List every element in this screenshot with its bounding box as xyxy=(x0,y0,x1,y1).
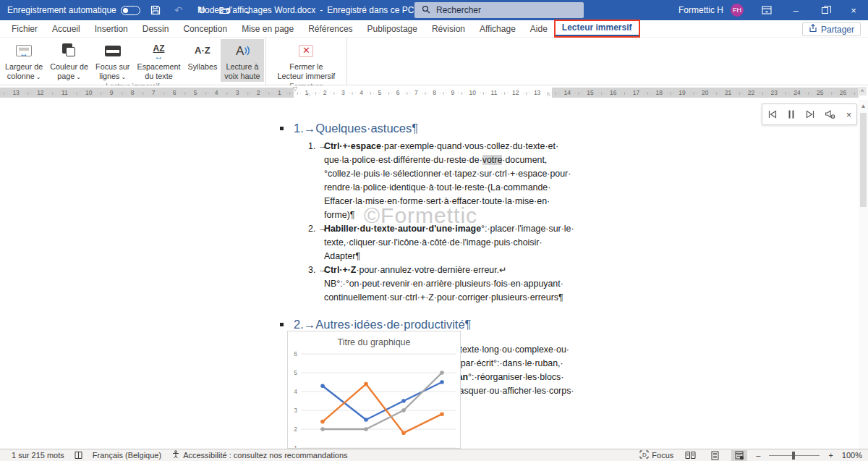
first-line-indent-marker[interactable]: ▽ xyxy=(293,86,297,92)
ruler-number: 6 xyxy=(396,89,401,96)
close-button[interactable]: × xyxy=(839,0,868,20)
tab-publipostage[interactable]: Publipostage xyxy=(360,20,425,37)
scroll-up-icon[interactable]: ▲ xyxy=(859,101,868,111)
svg-text:4: 4 xyxy=(294,388,297,395)
chart-svg: 654321 xyxy=(288,331,460,448)
scrollbar-thumb[interactable] xyxy=(860,113,867,207)
ruler-page-area: · ı ·1· ı ·2· ı ·3· ı ·4· ı ·5· ı ·6· ı … xyxy=(294,88,552,98)
search-input[interactable]: Rechercher xyxy=(414,2,584,18)
next-paragraph-icon[interactable] xyxy=(804,109,815,119)
ruler-number: 11 xyxy=(490,89,498,96)
ruler-number: 9 xyxy=(450,89,455,96)
ruler-toggle-icon[interactable]: ˄ xyxy=(858,87,867,96)
chart[interactable]: Titre du graphique 654321 xyxy=(287,331,461,449)
tab-révision[interactable]: Révision xyxy=(425,20,472,37)
zoom-slider[interactable] xyxy=(769,455,820,456)
list-item-text: Habiller·​du·​texte·​autour·​d'une·​imag… xyxy=(324,222,574,263)
heading-text: 2.→Autres·​idées·​de·​productivité¶ xyxy=(294,318,471,331)
column-width-button[interactable]: ↔ Largeur de colonne⌄ xyxy=(1,39,46,82)
tab-accueil[interactable]: Accueil xyxy=(45,20,88,37)
page-color-icon xyxy=(62,41,77,60)
ruler-number: 21 xyxy=(724,89,732,96)
ruler-number: 6 xyxy=(172,89,177,96)
focus-mode-button[interactable]: D Focus xyxy=(639,450,673,460)
heading-collapse-marker[interactable] xyxy=(280,323,284,326)
list-number: 1. → xyxy=(308,140,327,153)
undo-icon[interactable]: ↶ xyxy=(171,4,187,16)
ruler-number: 25 xyxy=(816,89,824,96)
zoom-level[interactable]: 100% xyxy=(842,451,862,460)
accessibility-status[interactable]: Accessibilité : consultez nos recommanda… xyxy=(171,450,347,460)
title-bar: Enregistrement automatique ↶ ↻ ⌄ Modes d… xyxy=(0,0,868,20)
zoom-in-button[interactable]: + xyxy=(828,451,833,460)
heading-collapse-marker[interactable] xyxy=(280,127,284,130)
autosave-toggle[interactable]: Enregistrement automatique xyxy=(7,5,140,15)
tab-références[interactable]: Références xyxy=(301,20,359,37)
minimize-button[interactable]: – xyxy=(781,0,810,20)
tab-mise-en-page[interactable]: Mise en page xyxy=(234,20,301,37)
ruler-number: 19 xyxy=(678,89,686,96)
ruler-number: 2 xyxy=(256,89,261,96)
text-spacing-button[interactable]: AZ ↔ Espacement du texte xyxy=(133,39,184,82)
ruler-number: 4 xyxy=(214,89,219,96)
ribbon-tabs: FichierAccueilInsertionDessinConceptionM… xyxy=(0,20,868,38)
tab-affichage[interactable]: Affichage xyxy=(472,20,523,37)
avatar[interactable]: FH xyxy=(731,4,744,17)
syllables-button[interactable]: A·Z Syllabes xyxy=(184,39,221,82)
document-area: ©Formettic × 1.→Quelques·​astuces¶1. →Ct… xyxy=(0,100,868,449)
vertical-scrollbar[interactable]: ▲ xyxy=(859,100,868,449)
restore-button[interactable] xyxy=(810,0,839,20)
word-count[interactable]: 1 sur 215 mots xyxy=(12,451,64,460)
line-focus-button[interactable]: Focus sur lignes⌄ xyxy=(92,39,133,82)
hanging-indent-marker[interactable]: ⌂ xyxy=(307,92,310,98)
ruler-number: 3 xyxy=(235,89,240,96)
right-indent-marker[interactable]: ⌂ xyxy=(547,92,550,98)
ruler-number: 17 xyxy=(632,89,640,96)
svg-text:D: D xyxy=(642,452,647,458)
pause-icon[interactable] xyxy=(788,109,795,119)
column-width-icon: ↔ xyxy=(16,41,32,60)
read-aloud-button[interactable]: A Lecture à voix haute xyxy=(221,39,263,82)
ruler-number: 10 xyxy=(469,89,477,96)
save-icon[interactable] xyxy=(148,5,163,15)
svg-text:6: 6 xyxy=(294,350,297,358)
autosave-switch[interactable] xyxy=(121,6,140,15)
voice-settings-icon[interactable] xyxy=(825,109,836,119)
doc-title-text: Modes d'affichages Word.docx xyxy=(197,5,315,15)
focus-icon: D xyxy=(639,450,649,460)
ruler-right-margin: · ı ·14· ı ·15· ı ·16· ı ·17· ı ·18· ı ·… xyxy=(552,88,859,98)
zoom-slider-thumb[interactable] xyxy=(792,452,795,460)
print-layout-view-icon[interactable] xyxy=(707,450,723,461)
search-placeholder: Rechercher xyxy=(436,5,481,15)
tab-dessin[interactable]: Dessin xyxy=(135,20,176,37)
read-mode-view-icon[interactable] xyxy=(682,450,698,461)
web-layout-view-icon[interactable] xyxy=(731,450,747,461)
previous-paragraph-icon[interactable] xyxy=(767,109,778,119)
ribbon-display-options-icon[interactable] xyxy=(752,0,781,20)
zoom-out-button[interactable]: – xyxy=(756,451,760,460)
ruler-number: 26 xyxy=(839,89,847,96)
autosave-label: Enregistrement automatique xyxy=(7,5,116,15)
close-read-aloud-icon[interactable]: × xyxy=(846,109,852,120)
language-status[interactable]: Français (Belgique) xyxy=(93,451,161,460)
tab-insertion[interactable]: Insertion xyxy=(88,20,135,37)
ruler-number: 8 xyxy=(432,89,437,96)
read-aloud-toolbar: × xyxy=(762,103,857,125)
svg-text:5: 5 xyxy=(294,369,297,376)
horizontal-ruler[interactable]: · ı ·13· ı ·12· ı ·11· ı ·10· ı ·9· ı ·8… xyxy=(0,85,868,100)
share-button[interactable]: Partager xyxy=(802,22,861,36)
ruler-number: 4 xyxy=(359,89,364,96)
tab-lecteur-immersif[interactable]: Lecteur immersif xyxy=(555,20,639,37)
line-focus-icon xyxy=(105,41,121,60)
tab-aide[interactable]: Aide xyxy=(523,20,555,37)
page-color-button[interactable]: Couleur de page⌄ xyxy=(46,39,92,82)
tab-conception[interactable]: Conception xyxy=(176,20,234,37)
ruler-number: 8 xyxy=(130,89,135,96)
syllables-icon: A·Z xyxy=(195,41,210,60)
document-title[interactable]: Modes d'affichages Word.docx - Enregistr… xyxy=(197,0,422,20)
proofing-icon[interactable] xyxy=(75,451,82,460)
user-name[interactable]: Formettic H xyxy=(678,5,723,15)
tab-fichier[interactable]: Fichier xyxy=(4,20,45,37)
ruler-number: 3 xyxy=(341,89,346,96)
close-immersive-reader-button[interactable]: ✕ Fermer le Lecteur immersif xyxy=(268,39,346,82)
